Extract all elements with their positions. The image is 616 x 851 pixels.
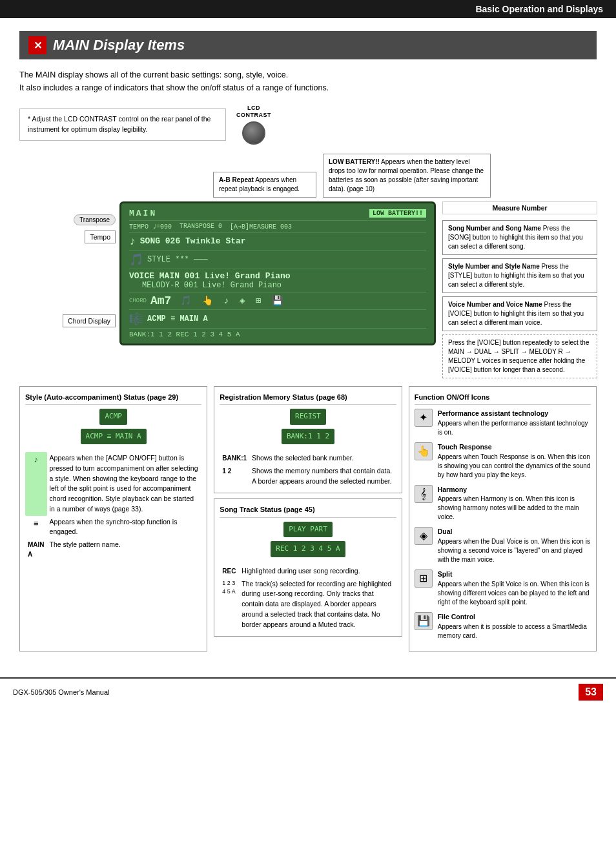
lcd-song: SONG 026 Twinkle Star xyxy=(140,236,246,246)
track-numbers: 1 2 3 4 5 A xyxy=(220,578,239,631)
lcd-chord-label: CHORD xyxy=(129,298,147,304)
style-number-callout: Style Number and Style Name Press the [S… xyxy=(442,258,597,293)
right-callouts: Measure Number Song Number and Song Name… xyxy=(442,201,597,378)
func-icon-5: 💾 xyxy=(415,612,433,630)
function-icons-title: Function ON/Off Icons xyxy=(415,392,591,405)
acmp-row: ♪ Appears when the [ACMP ON/OFF] button … xyxy=(25,452,201,516)
lcd-note-text: * Adjust the LCD CONTRAST control on the… xyxy=(28,115,210,133)
lcd-contrast-knob[interactable] xyxy=(242,121,265,145)
top-callouts: A-B Repeat Appears when repeat playback … xyxy=(213,154,601,198)
left-labels: Transpose Tempo Chord Display xyxy=(19,201,119,327)
track-row: 1 2 3 4 5 A The track(s) selected for re… xyxy=(220,578,396,631)
diagram-main-row: Transpose Tempo Chord Display MAIN LOW B… xyxy=(19,201,601,378)
lcd-tempo: TEMPO ♩=090 xyxy=(129,223,172,231)
lcd-bank-row: BANK:1 1 2 REC 1 2 3 4 5 A xyxy=(129,331,426,338)
func-desc-1: Touch Response Appears when Touch Respon… xyxy=(438,442,591,480)
chord-display-label: Chord Display xyxy=(63,314,116,327)
lcd-display: MAIN LOW BATTERY!! TEMPO ♩=090 TRANSPOSE… xyxy=(119,201,436,345)
lcd-measure: [A⇒B]MEASURE 003 xyxy=(230,223,292,231)
memory-label: 1 2 xyxy=(220,465,249,488)
transpose-label-area: Transpose xyxy=(19,214,119,225)
func-desc-3: Dual Appears when the Dual Voice is on. … xyxy=(438,527,591,564)
page-header: Basic Operation and Displays xyxy=(0,0,616,18)
main-a-desc: The style pattern name. xyxy=(47,538,202,560)
memory-row: 1 2 Shows the memory numbers that contai… xyxy=(220,465,396,488)
function-icon-item: 𝄞 Harmony Appears when Harmony is on. Wh… xyxy=(415,485,591,522)
synchro-desc: Appears when the synchro-stop function i… xyxy=(47,516,202,539)
lcd-tempo-row: TEMPO ♩=090 TRANSPOSE 0 [A⇒B]MEASURE 003 xyxy=(129,223,426,233)
lcd-bank: BANK:1 1 2 REC 1 2 3 4 5 A xyxy=(129,331,240,338)
rec-desc: Highlighted during user song recording. xyxy=(239,565,396,578)
registration-mini-lcd: REGIST BANK:1 1 2 xyxy=(220,409,396,448)
lcd-contrast-control: LCD CONTRAST xyxy=(236,105,271,145)
function-icon-item: ⊞ Split Appears when the Split Voice is … xyxy=(415,569,591,607)
lcd-main-label: MAIN xyxy=(129,209,157,218)
bottom-grid: Style (Auto-accompaniment) Status (page … xyxy=(19,386,597,651)
transpose-label: Transpose xyxy=(74,214,116,225)
function-icon-item: 💾 File Control Appears when it is possib… xyxy=(415,612,591,641)
func-icon-4: ⊞ xyxy=(415,569,433,588)
function-icon-item: ◈ Dual Appears when the Dual Voice is on… xyxy=(415,527,591,564)
func-icon-3: ◈ xyxy=(415,527,433,545)
lcd-style-row: 🎵 STYLE *** ——— xyxy=(129,252,426,269)
lcd-note-area: * Adjust the LCD CONTRAST control on the… xyxy=(19,105,597,145)
registration-title: Registration Memory Status (page 68) xyxy=(220,392,396,405)
acmp-icon: ♪ xyxy=(25,452,47,516)
lcd-style: STYLE *** ——— xyxy=(147,255,208,264)
tempo-label-area: Tempo xyxy=(19,231,119,243)
song-track-mini-lcd: PLAY PART REC 1 2 3 4 5 A xyxy=(220,522,396,561)
voice-note-callout: Press the [VOICE] button repeatedly to s… xyxy=(442,334,597,378)
function-icon-item: ✦ Performance assistant technology Appea… xyxy=(415,409,591,437)
bank-label: BANK:1 xyxy=(220,452,249,465)
intro-line1: The MAIN display shows all of the curren… xyxy=(19,68,597,81)
lcd-contrast-label: LCD CONTRAST xyxy=(236,105,271,119)
tempo-label: Tempo xyxy=(85,231,116,243)
diagram-area: A-B Repeat Appears when repeat playback … xyxy=(19,154,601,378)
intro-text: The MAIN display shows all of the curren… xyxy=(19,68,597,94)
synchro-row: ≡ Appears when the synchro-stop function… xyxy=(25,516,201,539)
registration-status-box: Registration Memory Status (page 68) REG… xyxy=(214,386,402,494)
chord-display-label-area: Chord Display xyxy=(19,314,119,327)
func-desc-5: File Control Appears when it is possible… xyxy=(438,612,591,641)
lcd-voice-melody: MELODY-R 001 Live! Grand Piano xyxy=(129,281,426,290)
main-a-label: MAIN A xyxy=(25,538,47,560)
main-a-row: MAIN A The style pattern name. xyxy=(25,538,201,560)
ab-repeat-callout: A-B Repeat Appears when repeat playback … xyxy=(213,172,316,198)
style-status-box: Style (Auto-accompaniment) Status (page … xyxy=(19,386,207,651)
song-number-callout: Song Number and Song Name Press the [SON… xyxy=(442,220,597,255)
rec-icon: REC xyxy=(220,565,239,578)
low-battery-callout: LOW BATTERY!! Appears when the battery l… xyxy=(323,154,491,198)
page-number: 53 xyxy=(579,684,603,701)
track-desc: The track(s) selected for recording are … xyxy=(239,578,396,631)
voice-number-callout: Voice Number and Voice Name Press the [V… xyxy=(442,296,597,331)
reg-desc-table: BANK:1 Shows the selected bank number. 1… xyxy=(220,452,396,487)
song-track-box: Song Track Status (page 45) PLAY PART RE… xyxy=(214,498,402,637)
footer-manual-text: DGX-505/305 Owner's Manual xyxy=(13,688,109,696)
lcd-low-battery-indicator: LOW BATTERY!! xyxy=(369,209,426,218)
lcd-voice-main: VOICE MAIN 001 Live! Grand Piano xyxy=(129,271,426,281)
page-footer: DGX-505/305 Owner's Manual 53 xyxy=(0,677,616,706)
intro-line2: It also includes a range of indicators t… xyxy=(19,81,597,94)
track-desc-table: REC Highlighted during user song recordi… xyxy=(220,565,396,631)
rec-row: REC Highlighted during user song recordi… xyxy=(220,565,396,578)
function-icons-list: ✦ Performance assistant technology Appea… xyxy=(415,409,591,641)
bank-row: BANK:1 Shows the selected bank number. xyxy=(220,452,396,465)
memory-desc: Shows the memory numbers that contain da… xyxy=(249,465,396,488)
bank-desc: Shows the selected bank number. xyxy=(249,452,396,465)
func-icon-0: ✦ xyxy=(415,409,433,427)
center-boxes: Registration Memory Status (page 68) REG… xyxy=(214,386,402,651)
lcd-song-row: ♪ SONG 026 Twinkle Star xyxy=(129,235,426,251)
func-icon-1: 👆 xyxy=(415,442,433,460)
lcd-acmp: ACMP ≡ MAIN A xyxy=(147,314,208,323)
func-desc-4: Split Appears when the Split Voice is on… xyxy=(438,569,591,607)
func-desc-0: Performance assistant technology Appears… xyxy=(438,409,591,437)
lcd-icons: 🎵 👆 ♪ ◈ ⊞ 💾 xyxy=(180,295,285,306)
func-icon-2: 𝄞 xyxy=(415,485,433,503)
lcd-transpose: TRANSPOSE 0 xyxy=(180,223,222,230)
lcd-status-row: MAIN LOW BATTERY!! xyxy=(129,209,426,221)
lcd-chord-name: Am7 xyxy=(150,294,171,307)
lcd-note-box: * Adjust the LCD CONTRAST control on the… xyxy=(19,108,226,141)
acmp-desc: Appears when the [ACMP ON/OFF] button is… xyxy=(47,452,202,516)
section-icon: ✕ xyxy=(28,36,46,54)
synchro-icon: ≡ xyxy=(25,516,47,539)
